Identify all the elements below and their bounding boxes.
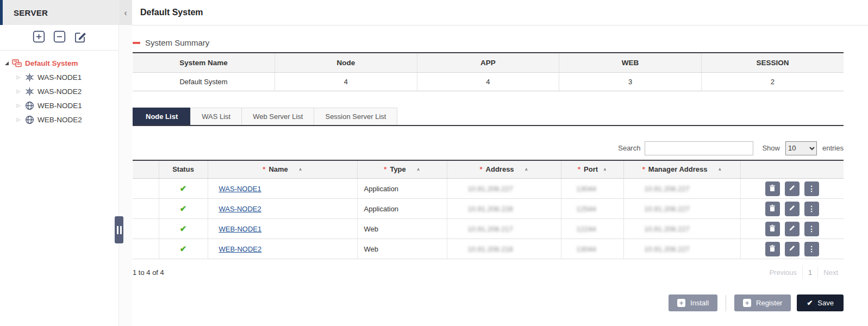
pagination: Previous 1 Next bbox=[764, 266, 844, 279]
table-row: ✔ WEB-NODE1 Web 10.91.208.217 12244 10.9… bbox=[133, 219, 844, 239]
sidebar-toolbar bbox=[0, 25, 118, 51]
th-name[interactable]: * Name ∧ bbox=[208, 160, 357, 179]
more-button[interactable]: ⋮ bbox=[804, 202, 819, 216]
section-dash-icon bbox=[133, 42, 140, 44]
sort-asc-icon[interactable]: ∧ bbox=[299, 167, 302, 172]
tree-item-default-system[interactable]: Default System bbox=[0, 56, 118, 70]
node-port: 13044 bbox=[577, 245, 596, 253]
status-ok-icon: ✔ bbox=[180, 244, 187, 253]
pagination-previous[interactable]: Previous bbox=[764, 266, 802, 279]
delete-button[interactable] bbox=[765, 202, 780, 216]
delete-button[interactable] bbox=[765, 222, 780, 236]
system-summary-section-title: System Summary bbox=[133, 38, 844, 47]
collapsed-arrow-icon[interactable]: ▷ bbox=[15, 117, 22, 122]
edit-node-button[interactable] bbox=[73, 31, 86, 44]
save-button[interactable]: ✔ Save bbox=[797, 294, 844, 311]
node-port: 13044 bbox=[577, 185, 596, 193]
register-label: Register bbox=[756, 299, 782, 307]
summary-system-name: Default System bbox=[133, 72, 275, 91]
summary-col-system-name: System Name bbox=[133, 53, 275, 72]
page-title: Default System bbox=[132, 8, 203, 17]
summary-col-session: SESSION bbox=[701, 53, 844, 72]
was-node-icon bbox=[25, 87, 34, 96]
th-type[interactable]: * Type ∧ bbox=[357, 160, 447, 179]
collapsed-arrow-icon[interactable]: ▷ bbox=[15, 74, 22, 80]
th-port[interactable]: * Port ∧ bbox=[561, 160, 623, 179]
summary-header-row: System Name Node APP WEB SESSION bbox=[133, 53, 844, 72]
more-button[interactable]: ⋮ bbox=[804, 242, 819, 256]
th-actions bbox=[740, 160, 844, 179]
tree-item-was-node1[interactable]: ▷ WAS-NODE1 bbox=[0, 70, 118, 84]
delete-button[interactable] bbox=[765, 181, 780, 196]
th-manager-address[interactable]: * Manager Address ∧ bbox=[623, 160, 740, 179]
tree-item-was-node2[interactable]: ▷ WAS-NODE2 bbox=[0, 84, 118, 98]
table-row: ✔ WAS-NODE2 Application 10.91.208.228 12… bbox=[133, 199, 844, 219]
panel-resize-handle[interactable] bbox=[115, 216, 123, 243]
expanded-arrow-icon[interactable] bbox=[5, 61, 9, 65]
node-manager-address: 10.91.208.227 bbox=[645, 185, 690, 193]
edit-square-icon bbox=[74, 30, 86, 45]
node-type: Web bbox=[357, 239, 447, 259]
node-port: 12244 bbox=[577, 225, 596, 233]
node-address: 10.91.208.217 bbox=[468, 225, 513, 233]
search-label: Search bbox=[618, 144, 640, 152]
tree-item-web-node1[interactable]: ▷ WEB-NODE1 bbox=[0, 98, 118, 112]
button-divider bbox=[726, 295, 726, 311]
edit-button[interactable] bbox=[785, 181, 800, 196]
kebab-icon: ⋮ bbox=[808, 185, 815, 192]
remove-node-button[interactable] bbox=[53, 31, 66, 44]
node-name-link[interactable]: WAS-NODE2 bbox=[219, 205, 261, 213]
sort-asc-icon[interactable]: ∧ bbox=[603, 167, 607, 172]
edit-button[interactable] bbox=[785, 202, 800, 216]
node-table-header-row: Status * Name ∧ * Type ∧ * Address bbox=[133, 160, 844, 179]
sort-asc-icon[interactable]: ∧ bbox=[718, 167, 721, 172]
more-button[interactable]: ⋮ bbox=[804, 222, 819, 236]
summary-col-app: APP bbox=[417, 53, 559, 72]
node-name-link[interactable]: WEB-NODE1 bbox=[219, 225, 262, 233]
edit-button[interactable] bbox=[785, 242, 800, 256]
th-label: Address bbox=[486, 165, 514, 173]
pagination-next[interactable]: Next bbox=[818, 266, 844, 279]
main-header: Default System bbox=[132, 0, 868, 26]
check-icon: ✔ bbox=[807, 299, 813, 307]
delete-button[interactable] bbox=[765, 242, 780, 256]
collapse-sidebar-button[interactable]: ‹ bbox=[119, 0, 132, 25]
node-name-link[interactable]: WAS-NODE1 bbox=[219, 185, 261, 193]
register-button[interactable]: + Register bbox=[734, 294, 791, 311]
th-address[interactable]: * Address ∧ bbox=[447, 160, 561, 179]
was-node-icon bbox=[25, 73, 34, 82]
node-address: 10.91.208.218 bbox=[468, 245, 513, 253]
sidebar-header: SERVER bbox=[0, 0, 118, 25]
node-address: 10.91.208.227 bbox=[468, 185, 513, 193]
more-button[interactable]: ⋮ bbox=[804, 181, 819, 196]
tab-session-server-list[interactable]: Session Server List bbox=[314, 108, 397, 125]
required-marker: * bbox=[384, 165, 386, 173]
edit-button[interactable] bbox=[785, 222, 800, 236]
trash-icon bbox=[769, 224, 776, 234]
node-name-link[interactable]: WEB-NODE2 bbox=[219, 245, 262, 253]
pagination-page-1[interactable]: 1 bbox=[802, 266, 818, 279]
tab-was-list[interactable]: WAS List bbox=[190, 108, 242, 125]
kebab-icon: ⋮ bbox=[808, 245, 815, 253]
system-summary-table: System Name Node APP WEB SESSION Default… bbox=[133, 52, 844, 91]
collapsed-arrow-icon[interactable]: ▷ bbox=[15, 89, 22, 94]
plus-square-icon bbox=[33, 30, 45, 45]
tab-web-server-list[interactable]: Web Server List bbox=[241, 108, 314, 125]
sort-asc-icon[interactable]: ∧ bbox=[417, 167, 420, 172]
add-node-button[interactable] bbox=[32, 31, 45, 44]
tree-item-web-node2[interactable]: ▷ WEB-NODE2 bbox=[0, 112, 118, 127]
tab-node-list[interactable]: Node List bbox=[133, 108, 191, 125]
show-label: Show bbox=[762, 144, 780, 152]
table-row: ✔ WEB-NODE2 Web 10.91.208.218 13044 10.9… bbox=[133, 239, 844, 259]
table-controls: Search Show 10 entries bbox=[133, 141, 844, 155]
trash-icon bbox=[769, 204, 776, 214]
install-button[interactable]: + Install bbox=[669, 294, 717, 311]
node-address: 10.91.208.228 bbox=[468, 205, 513, 213]
page-size-select[interactable]: 10 bbox=[785, 141, 817, 155]
node-manager-address: 10.91.208.227 bbox=[645, 225, 690, 233]
server-tree: Default System ▷ WAS-NODE1 ▷ WAS-NODE2 bbox=[0, 51, 118, 127]
sort-asc-icon[interactable]: ∧ bbox=[525, 167, 528, 172]
search-input[interactable] bbox=[645, 141, 753, 155]
collapsed-arrow-icon[interactable]: ▷ bbox=[15, 103, 22, 108]
tree-item-label: WEB-NODE1 bbox=[38, 102, 82, 110]
